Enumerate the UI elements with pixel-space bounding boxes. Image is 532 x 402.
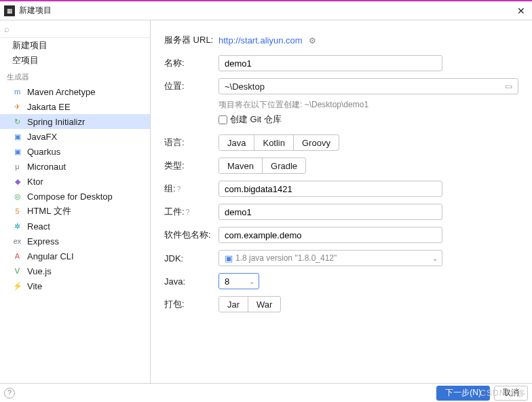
type-segmented: MavenGradle: [218, 158, 306, 174]
location-hint: 项目将在以下位置创建: ~\Desktop\demo1: [218, 99, 518, 111]
folder-icon[interactable]: ▭: [505, 81, 512, 91]
server-url-link[interactable]: http://start.aliyun.com: [218, 35, 303, 45]
folder-icon: ▣: [225, 253, 233, 263]
cancel-button[interactable]: 取消: [494, 386, 528, 401]
search-input[interactable]: ⌕: [0, 20, 150, 38]
java-value: 8: [225, 276, 229, 287]
option-gradle[interactable]: Gradle: [263, 158, 305, 173]
sidebar-item-label: Micronaut: [27, 162, 66, 172]
sidebar-item-html-文件[interactable]: 5HTML 文件: [0, 204, 150, 219]
package-input[interactable]: [218, 227, 442, 243]
form-panel: 服务器 URL: http://start.aliyun.com ⚙ 名称: 位…: [151, 20, 532, 384]
sidebar-item-label: Vite: [27, 281, 42, 291]
sidebar-item-ktor[interactable]: ◆Ktor: [0, 174, 150, 189]
packaging-label: 打包:: [164, 298, 218, 310]
sidebar-item-label: Ktor: [27, 177, 43, 187]
chevron-down-icon: ⌄: [432, 255, 438, 262]
option-war[interactable]: War: [248, 297, 280, 312]
artifact-input[interactable]: [218, 204, 442, 220]
sidebar-item-vue.js[interactable]: VVue.js: [0, 263, 150, 278]
location-label: 位置:: [164, 80, 218, 92]
sidebar-item-jakarta-ee[interactable]: ✈Jakarta EE: [0, 99, 150, 114]
option-kotlin[interactable]: Kotlin: [254, 135, 294, 150]
close-icon[interactable]: ✕: [514, 5, 528, 16]
type-label: 类型:: [164, 160, 218, 172]
option-maven[interactable]: Maven: [219, 158, 263, 173]
java-select[interactable]: 8 ⌄: [218, 273, 259, 289]
group-label: 组:?: [164, 183, 218, 195]
generator-icon: m: [12, 88, 22, 96]
git-label: 创建 Git 仓库: [230, 113, 282, 126]
generator-icon: V: [12, 267, 22, 275]
generator-icon: ↻: [12, 117, 22, 126]
language-label: 语言:: [164, 136, 218, 149]
sidebar-item-label: 新建项目: [12, 39, 48, 52]
generator-icon: ◎: [12, 192, 22, 201]
sidebar-item-label: HTML 文件: [27, 205, 71, 217]
generator-icon: 5: [12, 207, 22, 215]
generator-icon: ex: [12, 237, 22, 245]
jdk-select[interactable]: ▣ 1.8 java version "1.8.0_412" ⌄: [218, 250, 442, 266]
option-groovy[interactable]: Groovy: [294, 135, 339, 150]
sidebar-item-quarkus[interactable]: ▣Quarkus: [0, 144, 150, 159]
sidebar-item-label: 空项目: [12, 54, 39, 67]
generator-icon: A: [12, 252, 22, 260]
app-icon: ▦: [4, 5, 15, 16]
jdk-value: 1.8 java version "1.8.0_412": [235, 253, 337, 263]
generator-icon: ✲: [12, 222, 22, 231]
chevron-down-icon: ⌄: [249, 278, 254, 285]
sidebar-item-angular-cli[interactable]: AAngular CLI: [0, 249, 150, 263]
sidebar-item[interactable]: 空项目: [0, 53, 150, 68]
sidebar: ⌕ 新建项目空项目 生成器 mMaven Archetype✈Jakarta E…: [0, 20, 151, 384]
server-url-label: 服务器 URL:: [164, 34, 218, 46]
sidebar-item[interactable]: 新建项目: [0, 38, 150, 53]
option-java[interactable]: Java: [219, 135, 254, 150]
footer: ? 下一步(N) 取消: [0, 383, 532, 402]
group-input[interactable]: [218, 181, 442, 197]
sidebar-item-label: Compose for Desktop: [27, 191, 113, 202]
window-title: 新建项目: [19, 5, 514, 16]
packaging-segmented: JarWar: [218, 296, 281, 312]
sidebar-item-label: Spring Initializr: [27, 117, 85, 127]
name-label: 名称:: [164, 57, 218, 69]
jdk-label: JDK:: [164, 253, 218, 263]
location-input[interactable]: ~\Desktop ▭: [218, 78, 518, 94]
sidebar-item-label: Jakarta EE: [27, 102, 71, 112]
sidebar-item-label: React: [27, 221, 50, 232]
name-input[interactable]: [218, 55, 442, 71]
generators-header: 生成器: [0, 68, 150, 84]
generator-icon: ✈: [12, 103, 22, 111]
sidebar-item-micronaut[interactable]: μMicronaut: [0, 159, 150, 174]
sidebar-item-react[interactable]: ✲React: [0, 219, 150, 234]
git-checkbox[interactable]: [218, 115, 227, 124]
help-icon[interactable]: ?: [177, 185, 181, 193]
titlebar: ▦ 新建项目 ✕: [0, 1, 532, 20]
sidebar-item-label: Vue.js: [27, 266, 52, 276]
gear-icon[interactable]: ⚙: [309, 36, 316, 45]
generator-icon: μ: [12, 162, 22, 170]
sidebar-item-label: Angular CLI: [27, 251, 74, 261]
java-label: Java:: [164, 276, 218, 287]
sidebar-item-label: Maven Archetype: [27, 87, 95, 97]
option-jar[interactable]: Jar: [219, 297, 248, 312]
sidebar-item-javafx[interactable]: ▣JavaFX: [0, 129, 150, 144]
sidebar-item-vite[interactable]: ⚡Vite: [0, 278, 150, 293]
generator-icon: ⚡: [12, 282, 22, 291]
sidebar-item-label: Express: [27, 236, 59, 246]
sidebar-item-maven-archetype[interactable]: mMaven Archetype: [0, 84, 150, 99]
language-segmented: JavaKotlinGroovy: [218, 134, 339, 151]
generator-icon: ▣: [12, 132, 22, 141]
sidebar-item-express[interactable]: exExpress: [0, 234, 150, 249]
sidebar-item-compose-for-desktop[interactable]: ◎Compose for Desktop: [0, 189, 150, 204]
generator-icon: ◆: [12, 177, 22, 186]
sidebar-item-label: Quarkus: [27, 147, 60, 157]
next-button[interactable]: 下一步(N): [436, 386, 490, 401]
help-button[interactable]: ?: [4, 388, 15, 399]
help-icon[interactable]: ?: [186, 208, 190, 216]
artifact-label: 工件:?: [164, 206, 218, 218]
sidebar-item-label: JavaFX: [27, 132, 57, 142]
package-label: 软件包名称:: [164, 229, 218, 241]
search-icon: ⌕: [4, 24, 10, 34]
sidebar-item-spring-initializr[interactable]: ↻Spring Initializr: [0, 114, 150, 129]
generator-icon: ▣: [12, 147, 22, 156]
